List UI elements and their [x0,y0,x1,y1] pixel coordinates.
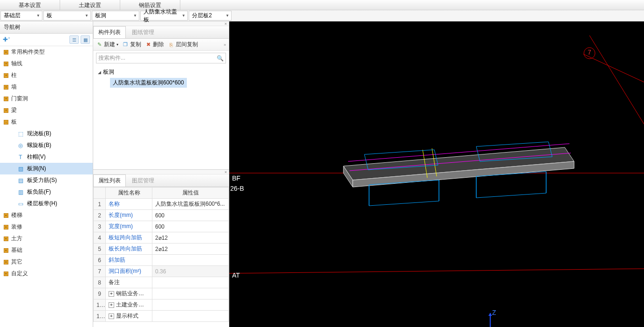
layer-dropdown[interactable]: 分层板2▼ [189,11,232,21]
nav-other[interactable]: ▪其它 [0,256,93,268]
nav-finish[interactable]: ▪装修 [0,221,93,233]
tab-drawing-manage[interactable]: 图纸管理 [127,26,159,38]
nav-stair[interactable]: ▪楼梯 [0,209,93,221]
floor-copy-button[interactable]: ⎘层间复制 [168,41,198,49]
component-tree-item[interactable]: 人防集水坑盖板板洞600*600 [110,78,187,88]
component-tree-root[interactable]: ◢板洞 [93,67,229,77]
nav-slab-neg[interactable]: ▥板负筋(F) [0,186,93,198]
properties-table: 属性名称 属性值 1名称人防集水坑盖板板洞600*6...2长度(mm)6003… [93,187,229,327]
property-row[interactable]: 14+显示样式 [94,311,229,322]
tab-properties[interactable]: 属性列表 [93,174,126,187]
nav-slab-cast[interactable]: ⬚现浇板(B) [0,128,93,139]
props-header-value: 属性值 [152,188,229,199]
property-row[interactable]: 2长度(mm)600 [94,210,229,221]
property-row[interactable]: 3宽度(mm)600 [94,221,229,232]
nav-beam[interactable]: +梁 [0,104,93,116]
component-toolbar: ✎新建▾ ❐复制 ✖删除 ⎘层间复制 » [93,39,229,51]
copy-component-button[interactable]: ❐复制 [122,41,141,49]
toolbar-overflow-icon[interactable]: » [224,42,226,47]
svg-marker-23 [488,313,492,316]
nav-wall[interactable]: +墙 [0,81,93,93]
nav-tree-panel: 导航树 ✚+ ☰ ▦ ▪常用构件类型 +轴线 +柱 +墙 +门窗洞 +梁 -板 … [0,21,93,327]
search-placeholder: 搜索构件... [98,54,125,62]
properties-panel-close[interactable]: × [93,170,229,174]
property-row[interactable]: 7洞口面积(m²)0.36 [94,266,229,277]
property-row[interactable]: 12+土建业务属性 [94,299,229,311]
kind-dropdown[interactable]: 人防集水坑盖板▼ [140,11,188,21]
property-row[interactable]: 5板长跨向加筋2⌀12 [94,244,229,255]
svg-marker-14 [369,180,439,206]
tab-civil-settings[interactable]: 土建设置 [60,0,120,10]
viewport-svg [229,21,644,327]
nav-slab-force[interactable]: ▤板受力筋(S) [0,174,93,186]
nav-slab-cap[interactable]: T柱帽(V) [0,151,93,163]
view-grid-icon[interactable]: ▦ [81,35,90,44]
nav-tree-toolbar: ✚+ ☰ ▦ [0,34,93,46]
nav-custom[interactable]: ▪自定义 [0,268,93,279]
delete-component-button[interactable]: ✖删除 [145,41,164,49]
svg-line-1 [229,269,644,273]
nav-earth[interactable]: ▪土方 [0,233,93,244]
view-list-icon[interactable]: ☰ [69,35,79,44]
property-row[interactable]: 4板短跨向加筋2⌀12 [94,232,229,244]
tab-basic-settings[interactable]: 基本设置 [0,0,60,10]
nav-slab[interactable]: -板 [0,116,93,128]
component-tree: ◢板洞 人防集水坑盖板板洞600*600 [93,65,229,169]
props-header-name: 属性名称 [106,188,152,199]
props-header-num [94,188,106,199]
search-icon: 🔍 [217,55,224,62]
component-panel: × 构件列表 图纸管理 ✎新建▾ ❐复制 ✖删除 ⎘层间复制 » 搜索构件...… [93,21,229,170]
navtree-add-icon[interactable]: ✚+ [3,36,10,43]
svg-line-2 [583,54,644,82]
category-dropdown[interactable]: 板▼ [43,11,91,21]
svg-line-3 [589,35,644,124]
svg-marker-15 [476,172,546,198]
nav-slab-spiral[interactable]: ◎螺旋板(B) [0,139,93,151]
nav-tree-list: ▪常用构件类型 +轴线 +柱 +墙 +门窗洞 +梁 -板 ⬚现浇板(B) ◎螺旋… [0,46,93,327]
dropdown-bar: 基础层▼ 板▼ 板洞▼ 人防集水坑盖板▼ 分层板2▼ [0,10,644,21]
component-search[interactable]: 搜索构件... 🔍 [96,53,226,63]
nav-common-types[interactable]: ▪常用构件类型 [0,46,93,58]
property-row[interactable]: 9+钢筋业务属性 [94,288,229,299]
properties-tabs: 属性列表 图层管理 [93,174,229,187]
nav-slab-strip[interactable]: ▭楼层板带(H) [0,198,93,209]
property-row[interactable]: 6斜加筋 [94,255,229,266]
component-tabs: 构件列表 图纸管理 [93,26,229,39]
nav-column[interactable]: +柱 [0,70,93,81]
nav-foundation[interactable]: ▪基础 [0,244,93,256]
properties-panel: × 属性列表 图层管理 属性名称 属性值 1名称人防集水坑盖板板洞600*6..… [93,170,229,327]
middle-panels: × 构件列表 图纸管理 ✎新建▾ ❐复制 ✖删除 ⎘层间复制 » 搜索构件...… [93,21,229,327]
nav-axis[interactable]: +轴线 [0,58,93,70]
3d-viewport[interactable]: BF 26-B AT 7 X Z [229,21,644,327]
type-dropdown[interactable]: 板洞▼ [92,11,139,21]
tab-layer-manage[interactable]: 图层管理 [127,174,159,187]
nav-opening[interactable]: +门窗洞 [0,93,93,104]
settings-tabs: 基本设置 土建设置 钢筋设置 [0,0,644,10]
property-row[interactable]: 1名称人防集水坑盖板板洞600*6... [94,199,229,210]
new-component-button[interactable]: ✎新建▾ [96,41,118,49]
property-row[interactable]: 8备注 [94,277,229,288]
nav-slab-hole[interactable]: ▧板洞(N) [0,163,93,174]
nav-tree-title: 导航树 [0,21,93,34]
tab-component-list[interactable]: 构件列表 [93,26,126,38]
floor-dropdown[interactable]: 基础层▼ [0,11,42,21]
